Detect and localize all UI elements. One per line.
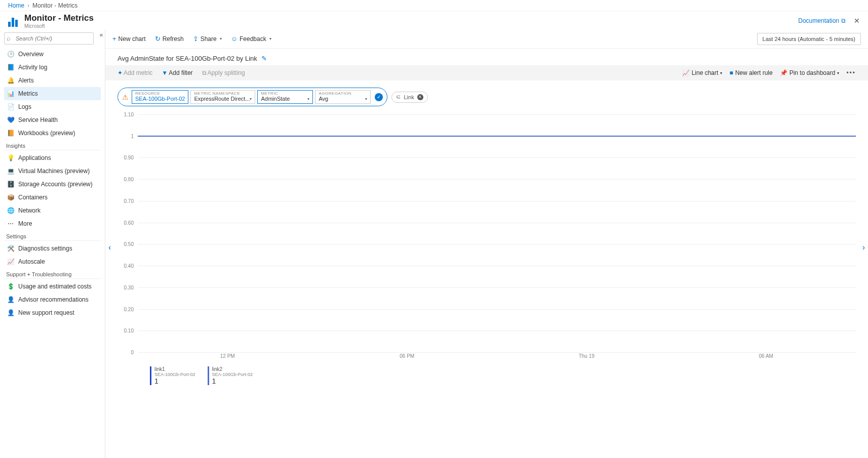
new-chart-button[interactable]: +New chart	[112, 35, 146, 43]
sidebar-heading-support: Support + Troubleshooting	[4, 268, 101, 279]
applications-icon: 💡	[7, 154, 14, 161]
plus-icon: +	[112, 35, 116, 43]
namespace-selector[interactable]: METRIC NAMESPACE ExpressRoute Direct...▾	[190, 90, 255, 104]
grid-line	[138, 309, 856, 310]
sidebar-item-alerts[interactable]: 🔔Alerts	[4, 74, 101, 87]
sidebar-item-metrics[interactable]: 📊Metrics	[4, 87, 101, 100]
sidebar-item-more[interactable]: ⋯More	[4, 217, 101, 230]
sidebar-item-usage-costs[interactable]: 💲Usage and estimated costs	[4, 280, 101, 293]
breadcrumb-separator: ›	[27, 2, 29, 9]
resource-selector[interactable]: RESOURCE SEA-100Gb-Port-02	[132, 90, 188, 104]
sidebar: « ⌕ 🕒Overview 📘Activity log 🔔Alerts 📊Met…	[0, 29, 105, 458]
sidebar-item-containers[interactable]: 📦Containers	[4, 191, 101, 204]
logs-icon: 📄	[7, 103, 14, 110]
grid-line	[138, 114, 856, 115]
sidebar-heading-settings: Settings	[4, 230, 101, 241]
search-input[interactable]	[4, 32, 94, 45]
feedback-button[interactable]: ☺Feedback▾	[231, 35, 271, 43]
search-icon: ⌕	[7, 34, 11, 42]
add-filter-button[interactable]: ▼Add filter	[162, 69, 192, 76]
grid-line	[138, 266, 856, 266]
y-tick-label: 0.90	[124, 155, 134, 160]
activity-log-icon: 📘	[7, 64, 14, 71]
alerts-icon: 🔔	[7, 77, 14, 84]
x-tick-label: 06 PM	[318, 353, 497, 362]
containers-icon: 📦	[7, 194, 14, 201]
collapse-sidebar-button[interactable]: «	[98, 31, 105, 38]
line-chart-icon: 📈	[682, 69, 690, 76]
y-tick-label: 0	[131, 350, 134, 355]
sidebar-item-autoscale[interactable]: 📈Autoscale	[4, 255, 101, 268]
sidebar-item-service-health[interactable]: 💙Service Health	[4, 113, 101, 127]
diagnostics-icon: 🛠️	[7, 245, 14, 252]
advisor-icon: 👤	[7, 296, 14, 303]
close-button[interactable]: ✕	[854, 17, 860, 25]
apply-splitting-button[interactable]: ⧉Apply splitting	[202, 69, 245, 76]
workbooks-icon: 📙	[7, 130, 14, 137]
sidebar-search[interactable]: ⌕	[4, 32, 94, 45]
y-tick-label: 1	[131, 133, 134, 139]
edit-title-button[interactable]: ✎	[261, 55, 267, 62]
chart-toolbar: ✦Add metric ▼Add filter ⧉Apply splitting…	[105, 65, 868, 80]
metric-selector[interactable]: METRIC AdminState▾	[257, 90, 313, 104]
legend-series-name: link1	[154, 366, 195, 372]
more-options-button[interactable]: •••	[846, 69, 856, 76]
aggregation-selector[interactable]: AGGREGATION Avg▾	[315, 90, 371, 104]
chart-container: ‹ › 1.1010.900.800.700.600.500.400.300.2…	[105, 109, 868, 385]
apply-metric-button[interactable]: ✓	[375, 93, 383, 101]
health-icon: 💙	[7, 116, 14, 123]
more-icon: ⋯	[7, 220, 14, 227]
title-bar: Monitor - Metrics Microsoft Documentatio…	[0, 11, 868, 29]
sidebar-item-diagnostics[interactable]: 🛠️Diagnostics settings	[4, 242, 101, 255]
refresh-button[interactable]: ↻Refresh	[155, 35, 184, 43]
sidebar-item-storage-accounts[interactable]: 🗄️Storage Accounts (preview)	[4, 178, 101, 191]
legend-item[interactable]: link2SEA-100Gb-Port-021	[208, 366, 253, 385]
metrics-icon: 📊	[7, 90, 14, 97]
documentation-link[interactable]: Documentation ⧉	[798, 17, 846, 24]
sidebar-item-activity-log[interactable]: 📘Activity log	[4, 61, 101, 74]
chart-type-dropdown[interactable]: 📈Line chart▾	[682, 69, 723, 76]
sidebar-item-applications[interactable]: 💡Applications	[4, 151, 101, 164]
grid-line	[138, 223, 856, 223]
x-tick-label: 06 AM	[677, 353, 856, 362]
legend-item[interactable]: link1SEA-100Gb-Port-021	[150, 366, 195, 385]
pin-icon: 📌	[780, 69, 787, 76]
grid-line	[138, 201, 856, 201]
sidebar-item-logs[interactable]: 📄Logs	[4, 100, 101, 113]
pin-dashboard-button[interactable]: 📌Pin to dashboard▾	[780, 69, 840, 76]
sidebar-item-workbooks[interactable]: 📙Workbooks (preview)	[4, 127, 101, 140]
sidebar-item-virtual-machines[interactable]: 💻Virtual Machines (preview)	[4, 164, 101, 178]
y-tick-label: 0.80	[124, 177, 134, 182]
overview-icon: 🕒	[7, 51, 14, 58]
grid-line	[138, 157, 856, 158]
series-line	[138, 136, 856, 137]
time-range-picker[interactable]: Last 24 hours (Automatic - 5 minutes)	[757, 33, 861, 45]
legend-resource-name: SEA-100Gb-Port-02	[154, 372, 195, 377]
breadcrumb-home[interactable]: Home	[8, 2, 24, 9]
sidebar-item-advisor[interactable]: 👤Advisor recommendations	[4, 293, 101, 306]
legend-series-name: link2	[212, 366, 253, 372]
share-icon: ⇪	[193, 35, 199, 43]
split-icon: ⧉	[202, 69, 207, 76]
network-icon: 🌐	[7, 207, 14, 214]
prev-chart-button[interactable]: ‹	[108, 243, 111, 252]
sidebar-item-overview[interactable]: 🕒Overview	[4, 48, 101, 61]
x-axis: 12 PM06 PMThu 1906 AM	[138, 353, 856, 362]
add-metric-button[interactable]: ✦Add metric	[117, 69, 152, 76]
autoscale-icon: 📈	[7, 258, 14, 265]
remove-split-button[interactable]: ✕	[417, 94, 423, 100]
metric-selector-row: ⚠ RESOURCE SEA-100Gb-Port-02 METRIC NAME…	[105, 80, 868, 109]
sidebar-item-network[interactable]: 🌐Network	[4, 204, 101, 217]
next-chart-button[interactable]: ›	[862, 243, 865, 252]
chevron-down-icon: ▾	[837, 71, 839, 75]
share-button[interactable]: ⇪Share▾	[193, 35, 222, 43]
split-by-link-chip[interactable]: ⊂ Link ✕	[391, 92, 427, 103]
sidebar-item-new-support[interactable]: 👤New support request	[4, 306, 101, 319]
filter-icon: ▼	[162, 69, 168, 76]
chart-plot[interactable]: 1.1010.900.800.700.600.500.400.300.200.1…	[117, 114, 856, 362]
feedback-icon: ☺	[231, 35, 238, 43]
new-alert-button[interactable]: ■New alert rule	[729, 69, 772, 76]
y-tick-label: 0.50	[124, 241, 134, 247]
metric-selector-group: ⚠ RESOURCE SEA-100Gb-Port-02 METRIC NAME…	[117, 88, 387, 106]
page-title: Monitor - Metrics	[24, 13, 798, 23]
